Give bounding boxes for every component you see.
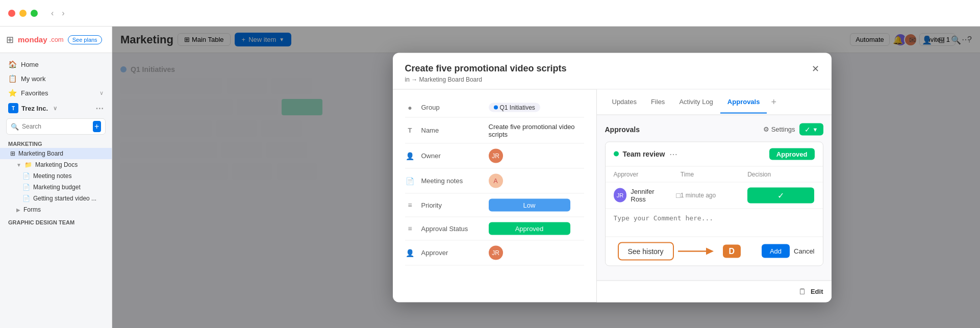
maximize-button[interactable]: [31, 10, 38, 17]
owner-icon: 👤: [405, 152, 415, 160]
approver-column-header: Approver: [614, 170, 681, 178]
sidebar-item-meeting-notes[interactable]: 📄 Meeting notes: [0, 170, 112, 182]
annotation-d-label: D: [723, 244, 741, 258]
add-approval-button[interactable]: Add: [762, 244, 790, 258]
grid-icon[interactable]: ⊞: [6, 34, 14, 45]
doc-icon: 📄: [22, 172, 30, 180]
comment-area: [606, 209, 823, 237]
folder-icon: 📁: [24, 161, 32, 168]
search-icon: 🔍: [11, 123, 19, 131]
field-owner: 👤 Owner JR: [405, 143, 584, 168]
approval-status-button[interactable]: Approved: [489, 222, 570, 235]
sidebar-item-favorites-label: Favorites: [21, 89, 48, 97]
priority-field-value[interactable]: Low: [489, 198, 584, 211]
sidebar-item-mywork-label: My work: [21, 75, 45, 83]
close-button[interactable]: [8, 10, 15, 17]
approver-info: JR Jennifer Ross □: [614, 188, 681, 203]
meeting-notes-field-label: Meeting notes: [421, 177, 483, 185]
search-input[interactable]: [22, 123, 90, 130]
main-content: Marketing ⊞ Main Table + New item ▼ Auto…: [112, 27, 980, 328]
nav-back-button[interactable]: ‹: [48, 8, 57, 19]
sidebar-item-marketing-docs[interactable]: ▼ 📁 Marketing Docs: [0, 159, 112, 170]
owner-field-label: Owner: [421, 152, 483, 160]
priority-button[interactable]: Low: [489, 198, 570, 211]
approver-avatar: JR: [489, 245, 503, 260]
mywork-icon: 📋: [8, 74, 17, 83]
edit-button[interactable]: Edit: [811, 288, 823, 295]
approvals-body: Approvals ⚙ Settings ✓ ▼: [597, 115, 832, 280]
team-review-header: Team review ⋯ Approved: [606, 142, 823, 166]
review-column-headers: Approver Time Decision: [606, 166, 823, 182]
modal-close-button[interactable]: ✕: [812, 63, 819, 74]
priority-field-label: Priority: [421, 201, 483, 209]
group-field-value[interactable]: Q1 Initiatives: [489, 103, 584, 112]
copy-icon[interactable]: □: [676, 191, 680, 199]
tab-activity-log[interactable]: Activity Log: [672, 90, 720, 113]
see-history-section: See history D: [618, 242, 741, 260]
approved-badge: Approved: [769, 148, 815, 160]
group-tag-text: Q1 Initiatives: [500, 104, 535, 111]
team-review-menu-button[interactable]: ⋯: [669, 149, 677, 159]
meeting-notes-field-value[interactable]: A: [489, 173, 584, 188]
sidebar-item-mywork[interactable]: 📋 My work: [0, 71, 112, 86]
sidebar-item-marketing-board[interactable]: ⊞ Marketing Board: [0, 148, 112, 159]
export-icon[interactable]: 🗒: [798, 287, 807, 296]
approval-status-field-label: Approval Status: [421, 224, 483, 232]
field-approval-status: ≡ Approval Status Approved: [405, 217, 584, 240]
decision-check-button[interactable]: ✓: [747, 187, 814, 203]
logo-text: monday: [18, 35, 47, 44]
approval-status-field-value[interactable]: Approved: [489, 222, 584, 235]
doc-icon-2: 📄: [22, 184, 30, 191]
minimize-button[interactable]: [19, 10, 27, 17]
nav-arrows: ‹ ›: [48, 8, 68, 19]
approver-field-icon: 👤: [405, 248, 415, 257]
tab-files[interactable]: Files: [644, 90, 672, 113]
comment-input[interactable]: [614, 214, 815, 229]
approvals-settings-button[interactable]: ⚙ Settings: [763, 125, 795, 133]
getting-started-label: Getting started video ...: [33, 195, 96, 202]
modal-dialog: Create five promotional video scripts in…: [393, 53, 832, 302]
app-container: ⊞ monday.com See plans 🏠 Home 📋 My work …: [0, 27, 980, 328]
sidebar-item-home[interactable]: 🏠 Home: [0, 57, 112, 71]
tab-approvals[interactable]: Approvals: [720, 90, 767, 113]
approver-avatar-image: JR: [614, 188, 627, 203]
decision-column-header: Decision: [747, 170, 814, 178]
add-button[interactable]: +: [93, 121, 101, 132]
priority-icon: ≡: [405, 201, 415, 209]
workspace-header: T Trez Inc. ∨ ⋯: [0, 100, 112, 116]
see-plans-button[interactable]: See plans: [68, 35, 102, 44]
group-icon: ●: [405, 103, 415, 111]
field-approver: 👤 Approver JR: [405, 240, 584, 265]
sidebar-item-getting-started[interactable]: 📄 Getting started video ...: [0, 193, 112, 204]
approval-check-dropdown[interactable]: ✓ ▼: [799, 123, 823, 135]
marketing-budget-label: Marketing budget: [33, 184, 81, 191]
sidebar-item-forms[interactable]: ▶ Forms: [0, 204, 112, 215]
field-name: T Name Create five promotional video scr…: [405, 117, 584, 143]
owner-avatar: JR: [489, 148, 503, 163]
forms-label: Forms: [23, 206, 41, 213]
modal-header: Create five promotional video scripts in…: [393, 53, 832, 89]
add-tab-button[interactable]: +: [767, 89, 781, 114]
see-history-button[interactable]: See history: [618, 242, 674, 260]
home-icon: 🏠: [8, 60, 17, 68]
workspace-avatar: T: [8, 103, 18, 113]
owner-field-value[interactable]: JR: [489, 148, 584, 163]
tab-updates[interactable]: Updates: [605, 90, 644, 113]
group-field-label: Group: [421, 104, 483, 111]
field-group: ● Group Q1 Initiatives: [405, 97, 584, 117]
sidebar-item-favorites[interactable]: ⭐ Favorites ∨: [0, 86, 112, 100]
approver-row: JR Jennifer Ross □ 1 minute ago ✓: [606, 182, 823, 209]
approvals-title: Approvals: [605, 125, 640, 133]
doc-icon-3: 📄: [22, 195, 30, 202]
modal-body: ● Group Q1 Initiatives T Name Create fiv: [393, 89, 832, 302]
cancel-approval-button[interactable]: Cancel: [794, 244, 814, 258]
nav-forward-button[interactable]: ›: [59, 8, 67, 19]
sidebar-topbar: ⊞ monday.com See plans: [0, 27, 112, 53]
sidebar-item-marketing-budget[interactable]: 📄 Marketing budget: [0, 182, 112, 193]
marketing-board-label: Marketing Board: [18, 150, 63, 157]
svg-marker-1: [706, 247, 714, 255]
comment-actions: See history D Add Cancel: [606, 237, 823, 265]
approver-field-value[interactable]: JR: [489, 245, 584, 260]
approval-time: 1 minute ago: [681, 192, 747, 199]
approval-status-icon: ≡: [405, 224, 415, 233]
